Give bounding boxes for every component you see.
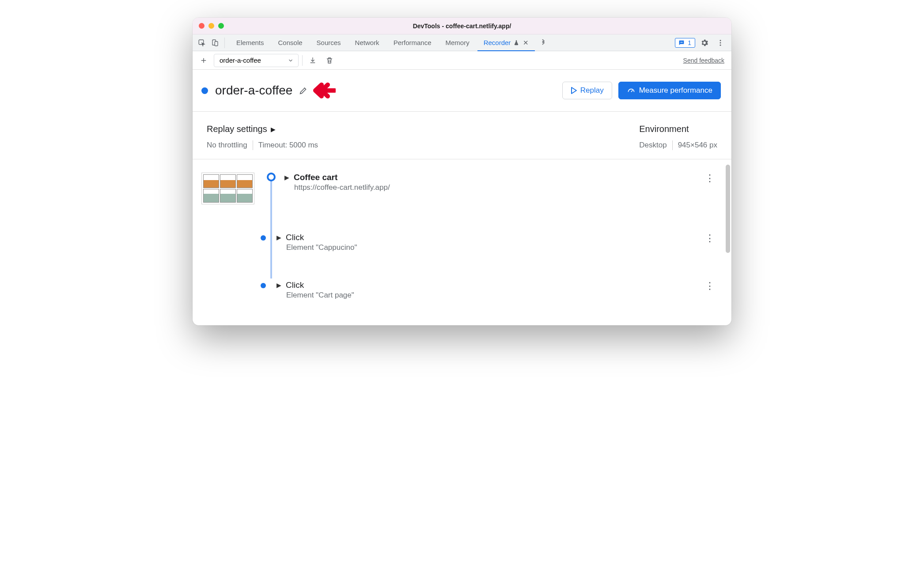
measure-label: Measure performance [639, 86, 712, 95]
annotation-arrow-icon [313, 81, 336, 100]
step-toggle[interactable]: ▶ Coffee cart https://coffee-cart.netlif… [280, 173, 705, 192]
divider [224, 38, 225, 48]
step-menu-button[interactable]: ⋮ [705, 233, 718, 244]
tab-sources[interactable]: Sources [311, 35, 347, 51]
environment-viewport: 945×546 px [678, 141, 717, 150]
tab-label: Sources [317, 39, 341, 46]
step-title: Click [286, 280, 304, 290]
step-row: ▶ Coffee cart https://coffee-cart.netlif… [201, 170, 723, 212]
timeline-dot-icon [261, 235, 266, 241]
recorder-subtoolbar: order-a-coffee Send feedback [193, 51, 731, 70]
tab-console[interactable]: Console [272, 35, 309, 51]
edit-title-button[interactable] [298, 85, 309, 96]
message-icon [678, 39, 685, 46]
tab-performance[interactable]: Performance [387, 35, 438, 51]
step-menu-button[interactable]: ⋮ [705, 173, 718, 184]
replay-button[interactable]: Replay [562, 82, 612, 99]
step-title: Click [286, 233, 304, 242]
more-tabs-icon[interactable] [537, 36, 550, 49]
window-maximize-button[interactable] [218, 23, 224, 29]
scrollbar[interactable] [726, 165, 730, 253]
recording-title: order-a-coffee [215, 83, 292, 98]
tab-elements[interactable]: Elements [230, 35, 270, 51]
step-row: ▶ Click Element "Cappucino" ⋮ [201, 230, 723, 260]
status-dot-icon [201, 87, 208, 94]
caret-right-icon: ▶ [276, 234, 281, 241]
tab-recorder[interactable]: Recorder ✕ [477, 35, 535, 51]
titlebar: DevTools - coffee-cart.netlify.app/ [193, 18, 731, 34]
window-title: DevTools - coffee-cart.netlify.app/ [193, 23, 731, 30]
caret-right-icon: ▶ [276, 282, 281, 289]
tab-label: Elements [236, 39, 264, 46]
caret-right-icon: ▶ [284, 174, 289, 181]
issues-count: 1 [688, 39, 691, 46]
tab-network[interactable]: Network [349, 35, 386, 51]
divider [253, 140, 253, 150]
devtools-window: DevTools - coffee-cart.netlify.app/ Elem… [193, 18, 731, 325]
throttling-value: No throttling [207, 141, 247, 150]
svg-rect-2 [215, 41, 218, 46]
recording-header: order-a-coffee Replay Measure performanc… [193, 70, 731, 112]
replay-settings-toggle[interactable]: Replay settings ▶ [207, 124, 639, 134]
play-icon [571, 87, 577, 94]
step-thumbnail [201, 173, 254, 204]
divider [672, 140, 673, 150]
caret-right-icon: ▶ [271, 126, 276, 133]
tab-label: Performance [394, 39, 432, 46]
replay-settings-row: Replay settings ▶ No throttling Timeout:… [193, 112, 731, 159]
environment-title: Environment [639, 124, 717, 134]
tab-label: Network [355, 39, 379, 46]
tab-label: Memory [446, 39, 470, 46]
recording-select-value: order-a-coffee [220, 56, 261, 64]
delete-button[interactable] [323, 54, 336, 67]
timeout-value: Timeout: 5000 ms [258, 141, 318, 150]
divider [302, 55, 303, 66]
environment-device: Desktop [639, 141, 666, 150]
tab-label: Recorder [484, 39, 511, 46]
tab-label: Console [278, 39, 303, 46]
step-title: Coffee cart [294, 173, 337, 182]
window-minimize-button[interactable] [208, 23, 214, 29]
export-button[interactable] [306, 54, 319, 67]
step-toggle[interactable]: ▶ Click Element "Cappucino" [272, 233, 705, 252]
settings-icon[interactable] [698, 36, 711, 49]
tab-memory[interactable]: Memory [439, 35, 476, 51]
replay-settings-title: Replay settings [207, 124, 267, 134]
timeline-dot-icon [261, 283, 266, 288]
step-toggle[interactable]: ▶ Click Element "Cart page" [272, 280, 705, 300]
close-icon[interactable]: ✕ [522, 39, 529, 47]
svg-point-6 [720, 44, 721, 45]
step-subtitle: https://coffee-cart.netlify.app/ [284, 183, 705, 192]
send-feedback-link[interactable]: Send feedback [683, 57, 727, 64]
flask-icon [513, 40, 519, 46]
replay-label: Replay [580, 86, 604, 95]
measure-performance-button[interactable]: Measure performance [618, 82, 721, 99]
steps-area: ▶ Coffee cart https://coffee-cart.netlif… [193, 159, 731, 325]
kebab-menu-icon[interactable] [714, 36, 727, 49]
new-recording-button[interactable] [197, 54, 210, 67]
svg-rect-3 [681, 42, 683, 42]
devtools-tabstrip: Elements Console Sources Network Perform… [193, 34, 731, 51]
window-close-button[interactable] [199, 23, 204, 29]
device-toggle-icon[interactable] [208, 36, 222, 49]
svg-point-5 [720, 42, 721, 43]
step-subtitle: Element "Cappucino" [276, 243, 705, 252]
issues-chip[interactable]: 1 [675, 38, 695, 48]
step-row: ▶ Click Element "Cart page" ⋮ [201, 278, 723, 308]
recording-select[interactable]: order-a-coffee [214, 54, 299, 67]
gauge-icon [627, 86, 636, 95]
svg-point-4 [720, 40, 721, 41]
inspect-element-icon[interactable] [195, 36, 208, 49]
step-menu-button[interactable]: ⋮ [705, 280, 718, 292]
chevron-down-icon [288, 57, 294, 64]
timeline-start-dot-icon [267, 173, 276, 181]
step-subtitle: Element "Cart page" [276, 291, 705, 300]
